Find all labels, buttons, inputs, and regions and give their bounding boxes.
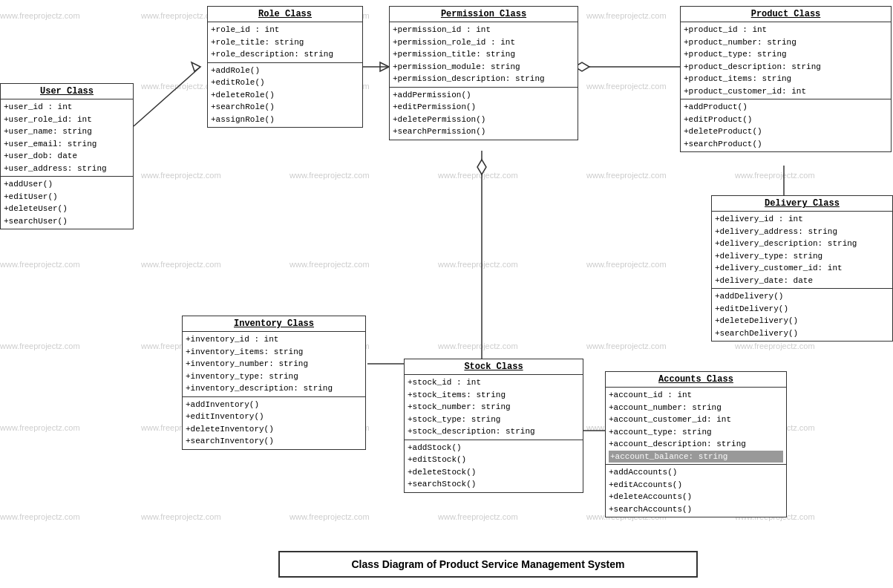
- delivery-class-title: Delivery Class: [712, 196, 892, 212]
- role-class-methods: +addRole() +editRole() +deleteRole() +se…: [208, 63, 362, 128]
- accounts-class-box: Accounts Class +account_id : int +accoun…: [605, 371, 787, 517]
- product-class-title: Product Class: [681, 7, 891, 22]
- product-class-attributes: +product_id : int +product_number: strin…: [681, 22, 891, 99]
- role-class-attributes: +role_id : int +role_title: string +role…: [208, 22, 362, 63]
- svg-marker-1: [192, 62, 200, 71]
- product-class-box: Product Class +product_id : int +product…: [680, 6, 892, 152]
- permission-class-attributes: +permission_id : int +permission_role_id…: [390, 22, 578, 88]
- product-class-methods: +addProduct() +editProduct() +deleteProd…: [681, 99, 891, 151]
- inventory-class-attributes: +inventory_id : int +inventory_items: st…: [183, 332, 365, 397]
- accounts-class-methods: +addAccounts() +editAccounts() +deleteAc…: [606, 465, 786, 517]
- svg-marker-11: [477, 160, 486, 174]
- delivery-class-methods: +addDelivery() +editDelivery() +deleteDe…: [712, 289, 892, 341]
- inventory-class-box: Inventory Class +inventory_id : int +inv…: [182, 316, 366, 450]
- stock-class-box: Stock Class +stock_id : int +stock_items…: [404, 359, 583, 493]
- user-class-methods: +addUser() +editUser() +deleteUser() +se…: [1, 177, 133, 229]
- permission-class-methods: +addPermission() +editPermission() +dele…: [390, 88, 578, 140]
- permission-class-box: Permission Class +permission_id : int +p…: [389, 6, 578, 140]
- delivery-class-box: Delivery Class +delivery_id : int +deliv…: [711, 195, 893, 342]
- permission-class-title: Permission Class: [390, 7, 578, 22]
- stock-class-attributes: +stock_id : int +stock_items: string +st…: [405, 375, 583, 440]
- delivery-class-attributes: +delivery_id : int +delivery_address: st…: [712, 212, 892, 289]
- role-class-box: Role Class +role_id : int +role_title: s…: [207, 6, 363, 128]
- diagram-title: Class Diagram of Product Service Managem…: [278, 551, 698, 578]
- role-class-title: Role Class: [208, 7, 362, 22]
- svg-line-0: [134, 67, 200, 126]
- accounts-class-title: Accounts Class: [606, 372, 786, 388]
- inventory-class-title: Inventory Class: [183, 316, 365, 332]
- user-class-attributes: +user_id : int +user_role_id: int +user_…: [1, 99, 133, 177]
- user-class-box: User Class +user_id : int +user_role_id:…: [0, 83, 134, 229]
- inventory-class-methods: +addInventory() +editInventory() +delete…: [183, 397, 365, 449]
- stock-class-title: Stock Class: [405, 359, 583, 375]
- svg-marker-3: [380, 62, 389, 71]
- user-class-title: User Class: [1, 84, 133, 99]
- stock-class-methods: +addStock() +editStock() +deleteStock() …: [405, 440, 583, 492]
- accounts-class-attributes: +account_id : int +account_number: strin…: [606, 388, 786, 465]
